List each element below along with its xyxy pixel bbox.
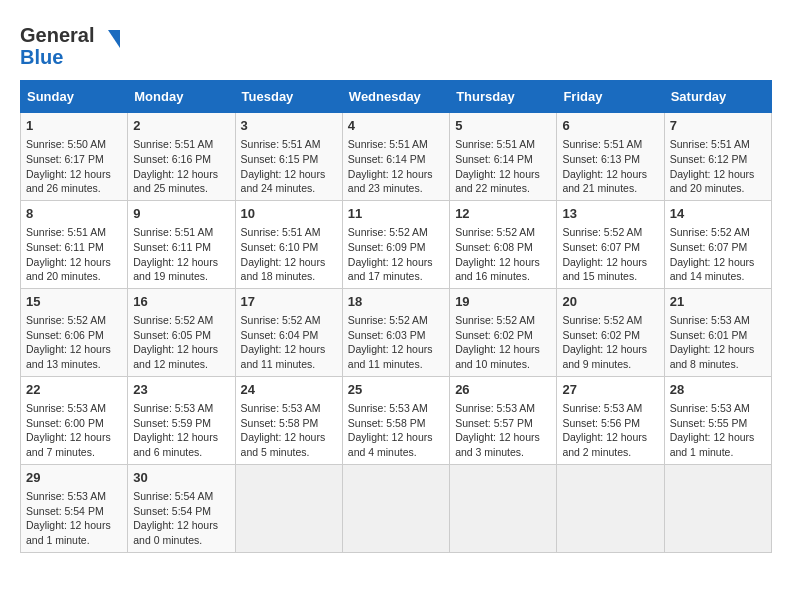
calendar-cell: 12Sunrise: 5:52 AMSunset: 6:08 PMDayligh… bbox=[450, 200, 557, 288]
cell-content: Sunrise: 5:53 AMSunset: 5:58 PMDaylight:… bbox=[348, 401, 444, 460]
cell-content: Sunrise: 5:53 AMSunset: 5:54 PMDaylight:… bbox=[26, 489, 122, 548]
calendar-cell: 20Sunrise: 5:52 AMSunset: 6:02 PMDayligh… bbox=[557, 288, 664, 376]
calendar-cell: 10Sunrise: 5:51 AMSunset: 6:10 PMDayligh… bbox=[235, 200, 342, 288]
day-number: 29 bbox=[26, 469, 122, 487]
header-row: SundayMondayTuesdayWednesdayThursdayFrid… bbox=[21, 81, 772, 113]
week-row-2: 8Sunrise: 5:51 AMSunset: 6:11 PMDaylight… bbox=[21, 200, 772, 288]
day-number: 6 bbox=[562, 117, 658, 135]
calendar-cell: 6Sunrise: 5:51 AMSunset: 6:13 PMDaylight… bbox=[557, 113, 664, 201]
calendar-cell: 25Sunrise: 5:53 AMSunset: 5:58 PMDayligh… bbox=[342, 376, 449, 464]
calendar-cell bbox=[557, 464, 664, 552]
calendar-cell: 2Sunrise: 5:51 AMSunset: 6:16 PMDaylight… bbox=[128, 113, 235, 201]
day-number: 24 bbox=[241, 381, 337, 399]
calendar-cell: 1Sunrise: 5:50 AMSunset: 6:17 PMDaylight… bbox=[21, 113, 128, 201]
calendar-cell: 21Sunrise: 5:53 AMSunset: 6:01 PMDayligh… bbox=[664, 288, 771, 376]
day-number: 25 bbox=[348, 381, 444, 399]
week-row-4: 22Sunrise: 5:53 AMSunset: 6:00 PMDayligh… bbox=[21, 376, 772, 464]
day-number: 8 bbox=[26, 205, 122, 223]
cell-content: Sunrise: 5:51 AMSunset: 6:14 PMDaylight:… bbox=[348, 137, 444, 196]
cell-content: Sunrise: 5:51 AMSunset: 6:14 PMDaylight:… bbox=[455, 137, 551, 196]
calendar-cell: 8Sunrise: 5:51 AMSunset: 6:11 PMDaylight… bbox=[21, 200, 128, 288]
day-number: 21 bbox=[670, 293, 766, 311]
calendar-cell: 27Sunrise: 5:53 AMSunset: 5:56 PMDayligh… bbox=[557, 376, 664, 464]
header-saturday: Saturday bbox=[664, 81, 771, 113]
cell-content: Sunrise: 5:52 AMSunset: 6:02 PMDaylight:… bbox=[562, 313, 658, 372]
cell-content: Sunrise: 5:51 AMSunset: 6:11 PMDaylight:… bbox=[26, 225, 122, 284]
cell-content: Sunrise: 5:53 AMSunset: 5:57 PMDaylight:… bbox=[455, 401, 551, 460]
svg-text:General: General bbox=[20, 24, 94, 46]
day-number: 2 bbox=[133, 117, 229, 135]
cell-content: Sunrise: 5:52 AMSunset: 6:07 PMDaylight:… bbox=[670, 225, 766, 284]
day-number: 20 bbox=[562, 293, 658, 311]
calendar-cell: 29Sunrise: 5:53 AMSunset: 5:54 PMDayligh… bbox=[21, 464, 128, 552]
calendar-cell: 26Sunrise: 5:53 AMSunset: 5:57 PMDayligh… bbox=[450, 376, 557, 464]
calendar-cell: 23Sunrise: 5:53 AMSunset: 5:59 PMDayligh… bbox=[128, 376, 235, 464]
header-monday: Monday bbox=[128, 81, 235, 113]
cell-content: Sunrise: 5:52 AMSunset: 6:05 PMDaylight:… bbox=[133, 313, 229, 372]
day-number: 19 bbox=[455, 293, 551, 311]
calendar-cell: 30Sunrise: 5:54 AMSunset: 5:54 PMDayligh… bbox=[128, 464, 235, 552]
calendar-cell: 19Sunrise: 5:52 AMSunset: 6:02 PMDayligh… bbox=[450, 288, 557, 376]
day-number: 16 bbox=[133, 293, 229, 311]
cell-content: Sunrise: 5:52 AMSunset: 6:02 PMDaylight:… bbox=[455, 313, 551, 372]
calendar-cell: 15Sunrise: 5:52 AMSunset: 6:06 PMDayligh… bbox=[21, 288, 128, 376]
cell-content: Sunrise: 5:53 AMSunset: 6:01 PMDaylight:… bbox=[670, 313, 766, 372]
cell-content: Sunrise: 5:54 AMSunset: 5:54 PMDaylight:… bbox=[133, 489, 229, 548]
cell-content: Sunrise: 5:52 AMSunset: 6:07 PMDaylight:… bbox=[562, 225, 658, 284]
calendar-cell: 13Sunrise: 5:52 AMSunset: 6:07 PMDayligh… bbox=[557, 200, 664, 288]
cell-content: Sunrise: 5:52 AMSunset: 6:08 PMDaylight:… bbox=[455, 225, 551, 284]
calendar-cell bbox=[342, 464, 449, 552]
header-thursday: Thursday bbox=[450, 81, 557, 113]
calendar-cell: 5Sunrise: 5:51 AMSunset: 6:14 PMDaylight… bbox=[450, 113, 557, 201]
week-row-5: 29Sunrise: 5:53 AMSunset: 5:54 PMDayligh… bbox=[21, 464, 772, 552]
day-number: 27 bbox=[562, 381, 658, 399]
svg-marker-2 bbox=[108, 30, 120, 48]
calendar-cell: 17Sunrise: 5:52 AMSunset: 6:04 PMDayligh… bbox=[235, 288, 342, 376]
logo-svg: GeneralBlue bbox=[20, 20, 130, 70]
cell-content: Sunrise: 5:53 AMSunset: 5:59 PMDaylight:… bbox=[133, 401, 229, 460]
calendar-cell: 28Sunrise: 5:53 AMSunset: 5:55 PMDayligh… bbox=[664, 376, 771, 464]
cell-content: Sunrise: 5:52 AMSunset: 6:03 PMDaylight:… bbox=[348, 313, 444, 372]
cell-content: Sunrise: 5:52 AMSunset: 6:09 PMDaylight:… bbox=[348, 225, 444, 284]
cell-content: Sunrise: 5:53 AMSunset: 6:00 PMDaylight:… bbox=[26, 401, 122, 460]
cell-content: Sunrise: 5:53 AMSunset: 5:55 PMDaylight:… bbox=[670, 401, 766, 460]
cell-content: Sunrise: 5:51 AMSunset: 6:11 PMDaylight:… bbox=[133, 225, 229, 284]
calendar-header: SundayMondayTuesdayWednesdayThursdayFrid… bbox=[21, 81, 772, 113]
calendar-cell: 4Sunrise: 5:51 AMSunset: 6:14 PMDaylight… bbox=[342, 113, 449, 201]
day-number: 17 bbox=[241, 293, 337, 311]
day-number: 1 bbox=[26, 117, 122, 135]
day-number: 12 bbox=[455, 205, 551, 223]
week-row-3: 15Sunrise: 5:52 AMSunset: 6:06 PMDayligh… bbox=[21, 288, 772, 376]
cell-content: Sunrise: 5:51 AMSunset: 6:10 PMDaylight:… bbox=[241, 225, 337, 284]
calendar-cell: 22Sunrise: 5:53 AMSunset: 6:00 PMDayligh… bbox=[21, 376, 128, 464]
cell-content: Sunrise: 5:52 AMSunset: 6:04 PMDaylight:… bbox=[241, 313, 337, 372]
calendar-cell bbox=[664, 464, 771, 552]
day-number: 15 bbox=[26, 293, 122, 311]
day-number: 7 bbox=[670, 117, 766, 135]
header-tuesday: Tuesday bbox=[235, 81, 342, 113]
day-number: 10 bbox=[241, 205, 337, 223]
cell-content: Sunrise: 5:51 AMSunset: 6:16 PMDaylight:… bbox=[133, 137, 229, 196]
day-number: 14 bbox=[670, 205, 766, 223]
week-row-1: 1Sunrise: 5:50 AMSunset: 6:17 PMDaylight… bbox=[21, 113, 772, 201]
header-sunday: Sunday bbox=[21, 81, 128, 113]
calendar-body: 1Sunrise: 5:50 AMSunset: 6:17 PMDaylight… bbox=[21, 113, 772, 553]
day-number: 11 bbox=[348, 205, 444, 223]
cell-content: Sunrise: 5:50 AMSunset: 6:17 PMDaylight:… bbox=[26, 137, 122, 196]
calendar-cell: 14Sunrise: 5:52 AMSunset: 6:07 PMDayligh… bbox=[664, 200, 771, 288]
logo: GeneralBlue bbox=[20, 20, 130, 70]
day-number: 4 bbox=[348, 117, 444, 135]
header-wednesday: Wednesday bbox=[342, 81, 449, 113]
cell-content: Sunrise: 5:51 AMSunset: 6:15 PMDaylight:… bbox=[241, 137, 337, 196]
calendar-cell: 3Sunrise: 5:51 AMSunset: 6:15 PMDaylight… bbox=[235, 113, 342, 201]
calendar-cell: 9Sunrise: 5:51 AMSunset: 6:11 PMDaylight… bbox=[128, 200, 235, 288]
cell-content: Sunrise: 5:52 AMSunset: 6:06 PMDaylight:… bbox=[26, 313, 122, 372]
day-number: 26 bbox=[455, 381, 551, 399]
cell-content: Sunrise: 5:51 AMSunset: 6:13 PMDaylight:… bbox=[562, 137, 658, 196]
cell-content: Sunrise: 5:53 AMSunset: 5:56 PMDaylight:… bbox=[562, 401, 658, 460]
header-friday: Friday bbox=[557, 81, 664, 113]
cell-content: Sunrise: 5:51 AMSunset: 6:12 PMDaylight:… bbox=[670, 137, 766, 196]
day-number: 28 bbox=[670, 381, 766, 399]
day-number: 22 bbox=[26, 381, 122, 399]
calendar-cell bbox=[235, 464, 342, 552]
